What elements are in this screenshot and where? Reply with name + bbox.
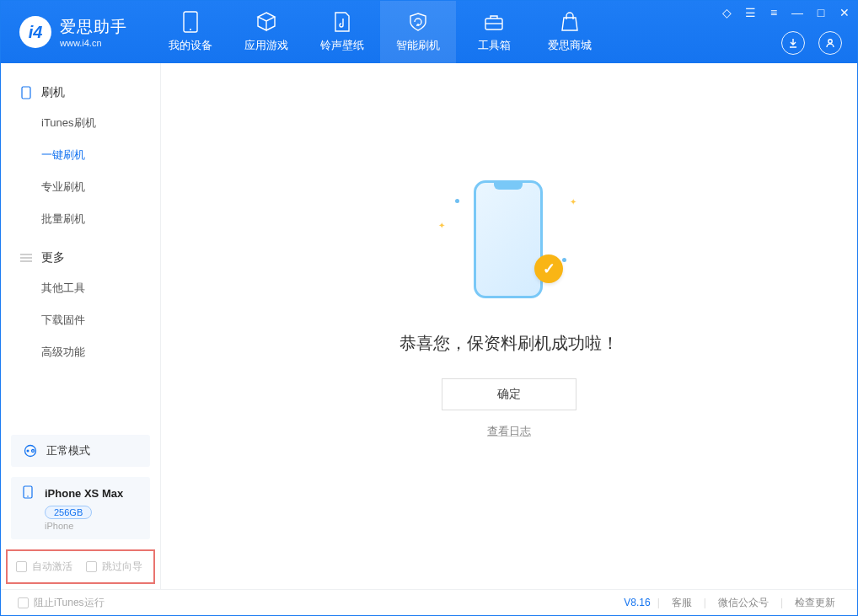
maximize-button[interactable]: □ bbox=[813, 6, 829, 19]
phone-outline-icon bbox=[19, 86, 33, 99]
success-illustration: ✦ ✦ ✓ bbox=[458, 180, 560, 307]
sidebar-item-itunes-flash[interactable]: iTunes刷机 bbox=[1, 107, 160, 139]
user-controls bbox=[781, 31, 842, 55]
svg-point-13 bbox=[27, 495, 29, 497]
svg-point-11 bbox=[32, 450, 35, 453]
sidebar-item-other-tools[interactable]: 其他工具 bbox=[1, 272, 160, 304]
nav-toolbox[interactable]: 工具箱 bbox=[456, 1, 532, 63]
device-capacity: 256GB bbox=[45, 506, 92, 519]
checkbox-skip-wizard[interactable]: 跳过向导 bbox=[86, 560, 142, 574]
mode-icon bbox=[23, 443, 38, 458]
phone-graphic bbox=[474, 180, 543, 298]
check-badge-icon: ✓ bbox=[534, 254, 563, 283]
sparkle-icon: ✦ bbox=[570, 197, 576, 206]
app-title: 爱思助手 bbox=[60, 16, 127, 38]
app-header: i4 爱思助手 www.i4.cn 我的设备 应用游戏 铃声壁纸 智能刷机 工具… bbox=[1, 1, 857, 63]
checkbox-block-itunes[interactable]: 阻止iTunes运行 bbox=[18, 596, 105, 610]
main-content: ✦ ✦ ✓ 恭喜您，保资料刷机成功啦！ 确定 查看日志 bbox=[161, 63, 857, 589]
footer-link-service[interactable]: 客服 bbox=[667, 596, 697, 610]
music-file-icon bbox=[331, 11, 353, 33]
dot-icon bbox=[562, 258, 566, 262]
mode-card[interactable]: 正常模式 bbox=[11, 435, 150, 467]
cube-icon bbox=[255, 11, 277, 33]
sidebar-section-more: 更多 bbox=[1, 244, 160, 272]
device-card[interactable]: iPhone XS Max 256GB iPhone bbox=[11, 477, 150, 539]
checkbox-icon bbox=[16, 561, 27, 572]
main-nav: 我的设备 应用游戏 铃声壁纸 智能刷机 工具箱 爱思商城 bbox=[153, 1, 608, 63]
svg-point-1 bbox=[190, 29, 191, 30]
sidebar-item-pro-flash[interactable]: 专业刷机 bbox=[1, 171, 160, 203]
status-bar: 阻止iTunes运行 V8.16 | 客服 | 微信公众号 | 检查更新 bbox=[1, 589, 857, 615]
svg-point-4 bbox=[829, 40, 832, 43]
logo-icon: i4 bbox=[19, 16, 51, 48]
device-phone-icon bbox=[23, 485, 38, 501]
list-lines-icon bbox=[19, 251, 33, 265]
sidebar-item-download-firmware[interactable]: 下载固件 bbox=[1, 304, 160, 336]
app-logo: i4 爱思助手 www.i4.cn bbox=[1, 16, 153, 48]
dot-icon bbox=[455, 199, 459, 203]
nav-smart-flash[interactable]: 智能刷机 bbox=[380, 1, 456, 63]
shirt-icon[interactable]: ◇ bbox=[719, 6, 734, 19]
sidebar-item-advanced[interactable]: 高级功能 bbox=[1, 336, 160, 368]
view-log-link[interactable]: 查看日志 bbox=[487, 424, 531, 439]
minimize-button[interactable]: — bbox=[790, 6, 805, 19]
checkbox-auto-activate[interactable]: 自动激活 bbox=[16, 560, 72, 574]
close-button[interactable]: ✕ bbox=[837, 6, 852, 19]
window-controls: ◇ ☰ ≡ — □ ✕ bbox=[719, 6, 852, 19]
nav-apps-games[interactable]: 应用游戏 bbox=[228, 1, 304, 63]
footer-link-update[interactable]: 检查更新 bbox=[790, 596, 840, 610]
download-button[interactable] bbox=[781, 31, 805, 55]
user-button[interactable] bbox=[818, 31, 842, 55]
menu-icon[interactable]: ≡ bbox=[766, 6, 781, 19]
phone-icon bbox=[180, 11, 201, 33]
success-message: 恭喜您，保资料刷机成功啦！ bbox=[400, 332, 619, 355]
list-icon[interactable]: ☰ bbox=[743, 6, 758, 19]
svg-point-10 bbox=[27, 450, 29, 453]
refresh-shield-icon bbox=[407, 11, 429, 33]
checkbox-icon bbox=[18, 597, 29, 608]
bag-icon bbox=[559, 11, 581, 33]
footer-link-wechat[interactable]: 微信公众号 bbox=[713, 596, 774, 610]
sidebar-item-batch-flash[interactable]: 批量刷机 bbox=[1, 203, 160, 235]
nav-my-device[interactable]: 我的设备 bbox=[153, 1, 228, 63]
nav-store[interactable]: 爱思商城 bbox=[532, 1, 608, 63]
svg-rect-5 bbox=[22, 87, 30, 99]
nav-ringtones[interactable]: 铃声壁纸 bbox=[304, 1, 380, 63]
toolbox-icon bbox=[483, 11, 505, 33]
device-type: iPhone bbox=[45, 521, 138, 531]
highlighted-options: 自动激活 跳过向导 bbox=[6, 549, 155, 584]
sparkle-icon: ✦ bbox=[438, 221, 445, 230]
device-name: iPhone XS Max bbox=[45, 487, 123, 500]
version-label: V8.16 bbox=[624, 597, 650, 608]
app-subtitle: www.i4.cn bbox=[60, 38, 127, 48]
sidebar-section-flash: 刷机 bbox=[1, 78, 160, 107]
sidebar-item-oneclick-flash[interactable]: 一键刷机 bbox=[1, 139, 160, 171]
sidebar: 刷机 iTunes刷机 一键刷机 专业刷机 批量刷机 更多 其他工具 下载固件 … bbox=[1, 63, 161, 589]
ok-button[interactable]: 确定 bbox=[442, 378, 576, 410]
checkbox-icon bbox=[86, 561, 97, 572]
